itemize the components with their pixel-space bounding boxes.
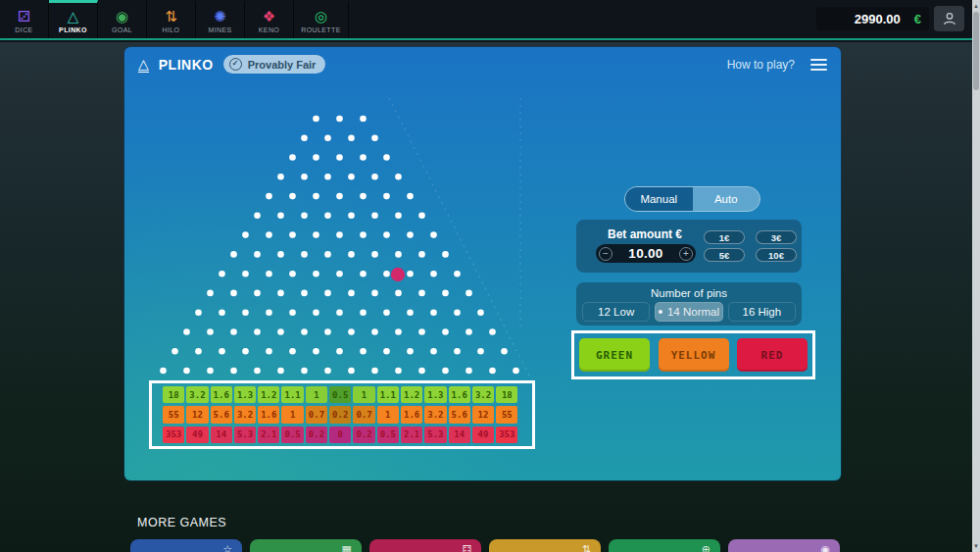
peg (313, 116, 319, 123)
tab-manual[interactable]: Manual (625, 187, 693, 211)
bet-button-green[interactable]: GREEN (579, 338, 650, 372)
user-icon (942, 11, 957, 26)
more-games-card-green2[interactable]: ⊕ (609, 539, 720, 552)
more-games-card-green[interactable]: ▦ (250, 539, 362, 552)
multiplier-cell: 14 (449, 427, 470, 443)
peg (289, 193, 296, 200)
peg (466, 368, 472, 375)
roulette-icon: ◉ (820, 543, 830, 552)
plinko-ball (391, 268, 405, 281)
user-account-button[interactable] (934, 6, 964, 31)
more-games-card-blue[interactable]: ☆ (130, 539, 242, 552)
peg (230, 368, 237, 375)
provably-fair-label: Provably Fair (248, 59, 317, 71)
peg (395, 328, 402, 335)
nav-item-dice[interactable]: ⚂DICE (0, 0, 49, 38)
pins-option-16[interactable]: 16 High (728, 302, 796, 322)
peg (348, 368, 355, 375)
nav-item-roulette[interactable]: ◎ROULETTE (294, 0, 349, 38)
peg (242, 309, 249, 316)
pins-option-label: 14 Normal (667, 306, 719, 318)
nav-item-mines[interactable]: ✺MINES (196, 0, 245, 38)
peg (418, 290, 425, 297)
peg (183, 328, 190, 335)
peg (254, 328, 261, 335)
more-games-card-gold[interactable]: ⇅ (489, 539, 601, 552)
peg (301, 368, 308, 375)
peg (195, 309, 202, 316)
page-background: △ PLINKO ✓ Provably Fair How to play? (0, 42, 972, 552)
how-to-play-link[interactable]: How to play? (727, 58, 795, 72)
multiplier-cell: 3.2 (234, 406, 256, 423)
bet-button-red[interactable]: RED (737, 338, 808, 372)
nav-item-plinko[interactable]: △PLINKO (49, 0, 98, 38)
pins-option-14[interactable]: 14 Normal (655, 302, 722, 322)
quick-bet-3[interactable]: 3€ (756, 230, 797, 244)
nav-item-hilo[interactable]: ⇅HILO (147, 0, 196, 38)
peg (477, 348, 484, 355)
peg (371, 135, 378, 142)
peg (336, 271, 343, 277)
multiplier-cell: 1.3 (424, 386, 446, 403)
peg (407, 271, 414, 277)
quick-bet-5[interactable]: 5€ (704, 248, 745, 262)
scroll-down-icon[interactable]: ▼ (972, 541, 980, 551)
game-nav-items: ⚂DICE△PLINKO◉GOAL⇅HILO✺MINES❖KENO◎ROULET… (0, 0, 349, 38)
scroll-up-icon[interactable]: ▲ (972, 1, 980, 11)
peg (418, 368, 425, 375)
peg (277, 368, 284, 375)
multiplier-cell: 18 (163, 386, 184, 403)
peg (277, 174, 284, 180)
peg (289, 271, 296, 277)
multiplier-cell: 2.1 (258, 427, 279, 443)
multiplier-cell: 1.6 (258, 406, 279, 423)
multiplier-row-yellow: 55125.63.21.610.70.20.711.63.25.61255 (163, 406, 521, 423)
multiplier-cell: 1 (281, 406, 303, 423)
nav-item-goal[interactable]: ◉GOAL (98, 0, 147, 38)
scrollbar-thumb[interactable] (973, 12, 979, 90)
peg (442, 290, 449, 297)
peg (207, 290, 214, 297)
scrollbar[interactable]: ▲ ▼ (972, 0, 980, 552)
more-games-card-red[interactable]: ⚃ (369, 539, 481, 552)
peg (336, 309, 343, 316)
bet-decrease-button[interactable]: − (599, 247, 612, 261)
peg (466, 290, 472, 297)
peg (407, 309, 414, 316)
provably-fair-badge[interactable]: ✓ Provably Fair (223, 55, 326, 74)
pins-option-12[interactable]: 12 Low (582, 302, 650, 322)
peg (348, 135, 355, 142)
multiplier-cell: 1.6 (401, 406, 422, 423)
pins-option-label: 16 High (743, 306, 782, 318)
tab-auto[interactable]: Auto (693, 187, 760, 211)
peg (360, 309, 367, 316)
mines-icon: ✺ (214, 9, 226, 25)
peg (336, 116, 343, 123)
peg (348, 213, 355, 220)
peg (395, 213, 402, 220)
peg (301, 174, 308, 180)
peg (371, 213, 378, 220)
quick-bet-1[interactable]: 1€ (704, 230, 745, 244)
peg (219, 309, 225, 316)
multiplier-cell: 5.6 (449, 406, 470, 423)
peg (313, 193, 319, 200)
multiplier-cell: 0 (329, 427, 351, 443)
more-games-heading: MORE GAMES (137, 516, 226, 529)
menu-icon[interactable] (810, 59, 827, 71)
bet-button-yellow[interactable]: YELLOW (659, 338, 729, 372)
bet-amount-panel: Bet amount € − 10.00 + 1€3€5€10€ (576, 220, 802, 273)
peg (348, 290, 355, 297)
bet-increase-button[interactable]: + (679, 247, 693, 261)
multiplier-cell: 3.2 (472, 386, 494, 403)
quick-bet-10[interactable]: 10€ (756, 248, 797, 262)
more-games-card-purple[interactable]: ◉ (728, 539, 840, 552)
peg (289, 309, 296, 316)
peg (395, 251, 402, 258)
bet-value[interactable]: 10.00 (628, 246, 662, 261)
keno-icon: ❖ (263, 9, 275, 25)
peg (430, 309, 437, 316)
plinko-icon: △ (68, 9, 79, 25)
multiplier-cell: 49 (186, 427, 208, 443)
nav-item-keno[interactable]: ❖KENO (245, 0, 294, 38)
